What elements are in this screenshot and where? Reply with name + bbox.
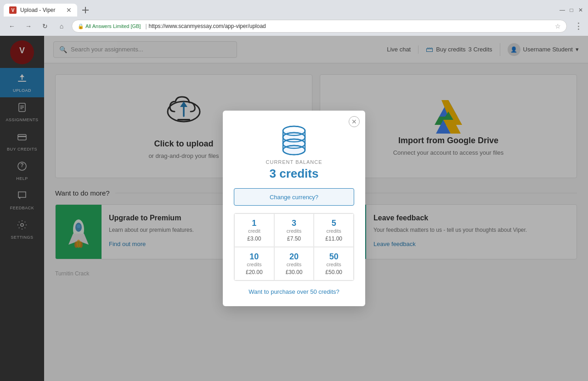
back-button[interactable]: ← <box>6 20 18 33</box>
forward-button[interactable]: → <box>22 20 35 33</box>
credit-price-3: £7.50 <box>277 235 311 242</box>
window-controls: — □ ✕ <box>559 6 584 14</box>
credit-amount-1: 1 <box>237 219 271 228</box>
credit-label-1: credit <box>237 228 271 234</box>
address-divider: | <box>145 23 147 29</box>
credit-amount-5: 5 <box>317 219 351 228</box>
tab-favicon: V <box>9 6 17 14</box>
address-bar-row: ← → ↻ ⌂ 🔒 All Answers Limited [GB] | htt… <box>0 17 588 36</box>
credit-options-grid: 1 credit £3.00 3 credits £7.50 5 credits… <box>234 213 354 281</box>
svg-rect-1 <box>82 10 89 11</box>
bulk-purchase-link[interactable]: Want to purchase over 50 credits? <box>234 288 354 295</box>
title-bar: V Upload - Viper ✕ — □ ✕ <box>0 0 588 17</box>
credit-label-20: credits <box>277 262 311 267</box>
credit-label-10: credits <box>237 262 271 267</box>
credit-option-5[interactable]: 5 credits £11.00 <box>314 213 354 247</box>
modal-overlay: ✕ CURRENT BALANCE <box>0 36 588 381</box>
new-tab-button[interactable] <box>79 4 92 17</box>
database-icon <box>234 123 354 156</box>
tab-title: Upload - Viper <box>20 7 62 13</box>
modal-close-button[interactable]: ✕ <box>349 116 360 127</box>
credit-label-3: credits <box>277 228 311 234</box>
credit-price-10: £20.00 <box>237 269 271 275</box>
credit-option-1[interactable]: 1 credit £3.00 <box>234 213 274 247</box>
refresh-button[interactable]: ↻ <box>39 20 51 33</box>
tab-close-button[interactable]: ✕ <box>66 6 72 14</box>
change-currency-button[interactable]: Change currency? <box>234 188 354 206</box>
credit-price-1: £3.00 <box>237 235 271 242</box>
browser-chrome: V Upload - Viper ✕ — □ ✕ ← → ↻ ⌂ 🔒 All A… <box>0 0 588 36</box>
current-balance-label: CURRENT BALANCE <box>234 159 354 165</box>
close-window-button[interactable]: ✕ <box>577 6 584 14</box>
credit-label-5: credits <box>317 228 351 234</box>
credit-price-5: £11.00 <box>317 235 351 242</box>
address-url: https://www.scanmyessay.com/app-viper/up… <box>149 23 266 29</box>
secure-indicator: 🔒 All Answers Limited [GB] <box>78 23 141 29</box>
credit-option-20[interactable]: 20 credits £30.00 <box>274 247 314 280</box>
maximize-button[interactable]: □ <box>568 6 575 14</box>
active-tab[interactable]: V Upload - Viper ✕ <box>4 4 77 17</box>
credit-option-3[interactable]: 3 credits £7.50 <box>274 213 314 247</box>
browser-menu-button[interactable]: ⋮ <box>574 21 582 31</box>
credit-amount-3: 3 <box>277 219 311 228</box>
minimize-button[interactable]: — <box>559 6 566 14</box>
credit-price-20: £30.00 <box>277 269 311 275</box>
address-bar[interactable]: 🔒 All Answers Limited [GB] | https://www… <box>72 20 567 33</box>
home-button[interactable]: ⌂ <box>55 20 68 33</box>
credit-option-50[interactable]: 50 credits £50.00 <box>314 247 354 280</box>
credit-amount-20: 20 <box>277 252 311 262</box>
credit-option-10[interactable]: 10 credits £20.00 <box>234 247 274 280</box>
credit-price-50: £50.00 <box>317 269 351 275</box>
bookmark-icon[interactable]: ☆ <box>555 22 561 30</box>
balance-display: 3 credits <box>234 167 354 181</box>
credit-label-50: credits <box>317 262 351 267</box>
credit-amount-10: 10 <box>237 252 271 262</box>
credit-amount-50: 50 <box>317 252 351 262</box>
credits-modal: ✕ CURRENT BALANCE <box>223 111 365 306</box>
